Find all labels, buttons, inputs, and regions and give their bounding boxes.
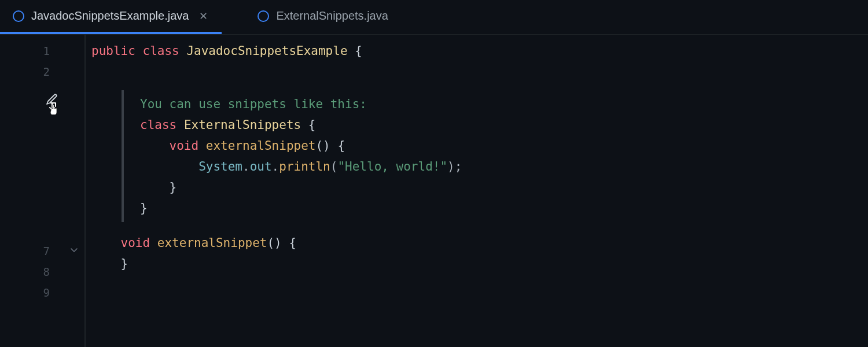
- java-file-icon: [13, 10, 24, 22]
- snippet-line: }: [140, 198, 868, 219]
- tab-external-snippets[interactable]: ExternalSnippets.java: [245, 0, 398, 34]
- tab-label: JavadocSnippetsExample.java: [31, 9, 189, 23]
- code-line[interactable]: }: [91, 253, 868, 274]
- javadoc-text: You can use snippets like this:: [140, 94, 868, 115]
- line-number: 1: [43, 45, 50, 57]
- code-line[interactable]: void externalSnippet() {: [91, 232, 868, 253]
- chevron-down-icon[interactable]: [69, 245, 79, 257]
- snippet-line: class ExternalSnippets {: [140, 115, 868, 135]
- line-number: 8: [43, 265, 50, 278]
- javadoc-snippet-block: You can use snippets like this: class Ex…: [122, 90, 868, 222]
- tab-bar: JavadocSnippetsExample.java ✕ ExternalSn…: [0, 0, 868, 35]
- code-editor[interactable]: 1 2 7 8 9: [0, 35, 868, 347]
- code-line[interactable]: [91, 61, 868, 82]
- line-number: 2: [43, 65, 50, 78]
- close-icon[interactable]: ✕: [196, 11, 211, 21]
- gutter: 1 2 7 8 9: [0, 35, 86, 347]
- snippet-line: void externalSnippet() {: [140, 135, 868, 156]
- code-line[interactable]: [91, 274, 868, 295]
- snippet-line: }: [140, 177, 868, 198]
- snippet-line: System.out.println("Hello, world!");: [140, 156, 868, 177]
- java-file-icon: [258, 10, 269, 22]
- tab-javadoc-snippets-example[interactable]: JavadocSnippetsExample.java ✕: [0, 0, 222, 34]
- code-area[interactable]: public class JavadocSnippetsExample { Yo…: [86, 35, 868, 347]
- line-number: 7: [43, 245, 50, 257]
- code-line[interactable]: public class JavadocSnippetsExample {: [91, 40, 868, 61]
- tab-label: ExternalSnippets.java: [276, 9, 388, 23]
- line-number: 9: [43, 286, 50, 299]
